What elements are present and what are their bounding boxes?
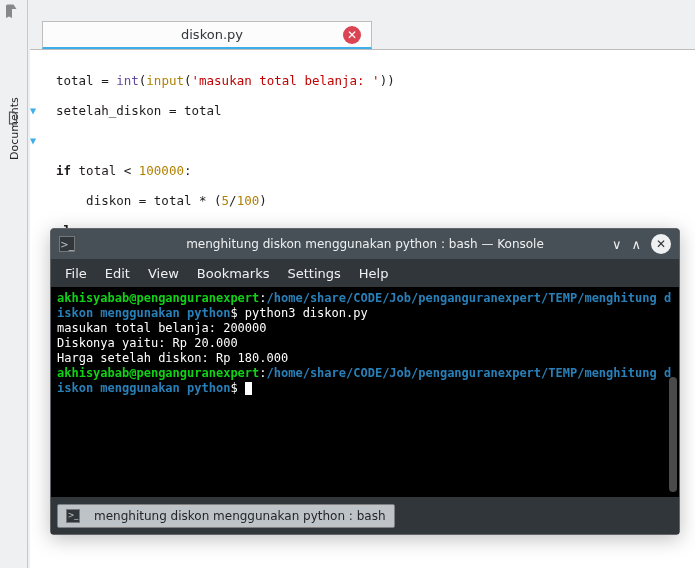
code-token: 'masukan total belanja: ' [192, 73, 380, 88]
fold-marker-icon[interactable]: ▼ [30, 133, 36, 148]
code-token: int [116, 73, 139, 88]
code-token: ) [259, 193, 267, 208]
window-titlebar[interactable]: >_ menghitung diskon menggunakan python … [51, 229, 679, 259]
term-text: $ [230, 306, 244, 320]
code-token: diskon = total * ( [56, 193, 222, 208]
terminal-window: >_ menghitung diskon menggunakan python … [50, 228, 680, 535]
code-token: input [146, 73, 184, 88]
terminal-menubar: File Edit View Bookmarks Settings Help [51, 259, 679, 287]
code-token: 100 [237, 193, 260, 208]
new-doc-icon[interactable] [3, 3, 21, 21]
term-line: Diskonya yaitu: Rp 20.000 [57, 336, 238, 350]
menu-file[interactable]: File [65, 266, 87, 281]
maximize-icon[interactable]: ∧ [631, 237, 641, 252]
terminal-taskbar: >_ menghitung diskon menggunakan python … [51, 497, 679, 534]
code-token: 5 [222, 193, 230, 208]
term-text: $ [230, 381, 244, 395]
term-line: masukan total belanja: 200000 [57, 321, 267, 335]
menu-help[interactable]: Help [359, 266, 389, 281]
code-token: : [184, 163, 192, 178]
fold-marker-icon[interactable]: ▼ [30, 103, 36, 118]
scrollbar[interactable] [669, 377, 677, 492]
task-label: menghitung diskon menggunakan python : b… [94, 509, 386, 523]
code-token: ( [184, 73, 192, 88]
close-window-icon[interactable]: ✕ [651, 234, 671, 254]
code-token: total < [71, 163, 139, 178]
term-cmd: python3 diskon.py [245, 306, 368, 320]
tab-bar: diskon.py ✕ [30, 0, 695, 50]
term-line: Harga setelah diskon: Rp 180.000 [57, 351, 288, 365]
code-token: if [56, 163, 71, 178]
tab-filename: diskon.py [181, 27, 243, 42]
code-token: total = [56, 73, 116, 88]
documents-tab[interactable]: Documents [8, 97, 21, 160]
term-user: akhisyabab@penganguranexpert [57, 366, 259, 380]
side-panel: Documents [0, 0, 28, 568]
term-text: : [259, 291, 266, 305]
terminal-app-icon: >_ [59, 236, 75, 252]
task-tab[interactable]: >_ menghitung diskon menggunakan python … [57, 504, 395, 528]
menu-edit[interactable]: Edit [105, 266, 130, 281]
code-token: setelah_diskon = total [56, 103, 222, 118]
code-token: / [229, 193, 237, 208]
code-token: 100000 [139, 163, 184, 178]
code-token: )) [380, 73, 395, 88]
term-text: : [259, 366, 266, 380]
cursor-icon [245, 382, 252, 395]
file-tab[interactable]: diskon.py ✕ [42, 21, 372, 49]
terminal-output[interactable]: akhisyabab@penganguranexpert:/home/share… [51, 287, 679, 497]
menu-bookmarks[interactable]: Bookmarks [197, 266, 270, 281]
close-tab-icon[interactable]: ✕ [343, 26, 361, 44]
menu-settings[interactable]: Settings [287, 266, 340, 281]
menu-view[interactable]: View [148, 266, 179, 281]
minimize-icon[interactable]: ∨ [612, 237, 622, 252]
terminal-app-icon: >_ [66, 509, 80, 523]
window-title: menghitung diskon menggunakan python : b… [51, 237, 679, 251]
term-user: akhisyabab@penganguranexpert [57, 291, 259, 305]
document-icon [6, 110, 20, 126]
